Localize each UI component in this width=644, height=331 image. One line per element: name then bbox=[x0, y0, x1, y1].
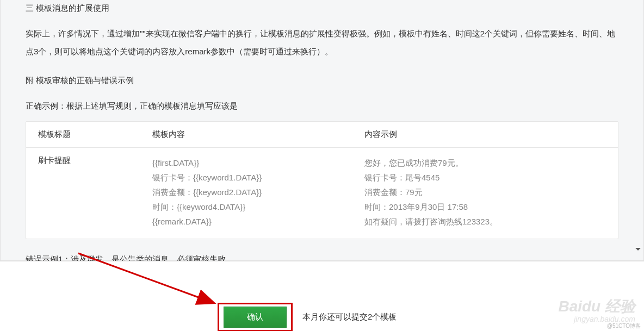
footer-section: 确认 本月你还可以提交2个模板 bbox=[0, 261, 644, 331]
table-header-row: 模板标题 模板内容 内容示例 bbox=[26, 122, 618, 148]
button-row: 确认 本月你还可以提交2个模板 bbox=[218, 303, 397, 331]
submit-quota-text: 本月你还可以提交2个模板 bbox=[302, 312, 397, 322]
header-template-title: 模板标题 bbox=[38, 129, 152, 140]
header-content-example: 内容示例 bbox=[364, 129, 606, 140]
scroll-down-icon[interactable] bbox=[635, 248, 641, 251]
row-example: 您好，您已成功消费79元。 银行卡号：尾号4545 消费金额：79元 时间：20… bbox=[364, 155, 606, 229]
table-row: 刷卡提醒 {{first.DATA}} 银行卡号：{{keyword1.DATA… bbox=[26, 148, 618, 239]
highlight-box: 确认 bbox=[218, 303, 293, 331]
body-paragraph: 实际上，许多情况下，通过增加""来实现在微信客户端中的换行，让模板消息的扩展性变… bbox=[26, 24, 618, 60]
template-table: 模板标题 模板内容 内容示例 刷卡提醒 {{first.DATA}} 银行卡号：… bbox=[26, 121, 618, 239]
appendix-title: 附 模板审核的正确与错误示例 bbox=[26, 76, 618, 86]
confirm-button[interactable]: 确认 bbox=[224, 307, 287, 328]
cto-watermark: @51CTO博客 bbox=[607, 322, 641, 330]
watermark-main: Baidu 经验 bbox=[558, 298, 635, 315]
section-heading: 三 模板消息的扩展使用 bbox=[26, 0, 618, 14]
header-template-content: 模板内容 bbox=[152, 129, 364, 140]
baidu-watermark: Baidu 经验 jingyan.baidu.com bbox=[558, 296, 635, 323]
row-title: 刷卡提醒 bbox=[38, 155, 152, 229]
row-content: {{first.DATA}} 银行卡号：{{keyword1.DATA}} 消费… bbox=[152, 155, 364, 229]
svg-line-1 bbox=[78, 253, 213, 303]
correct-example-label: 正确示例：根据上述填写规则，正确的模板消息填写应该是 bbox=[26, 101, 618, 111]
content-section: 三 模板消息的扩展使用 实际上，许多情况下，通过增加""来实现在微信客户端中的换… bbox=[0, 0, 644, 261]
